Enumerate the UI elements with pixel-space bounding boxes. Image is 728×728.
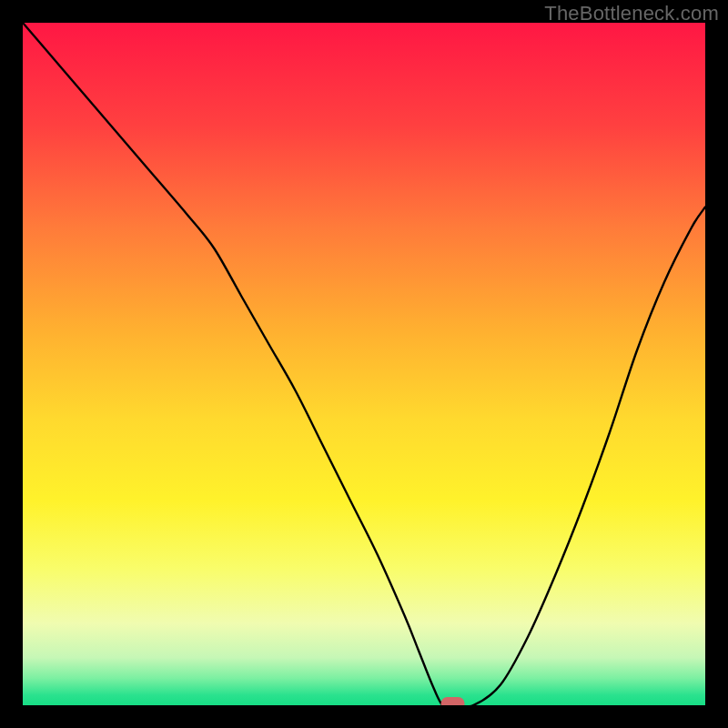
gradient-background bbox=[23, 23, 705, 705]
watermark-text: TheBottleneck.com bbox=[544, 2, 719, 25]
chart-svg bbox=[23, 23, 705, 705]
optimum-marker bbox=[441, 697, 465, 705]
chart-frame: TheBottleneck.com bbox=[0, 0, 728, 728]
bottleneck-chart bbox=[23, 23, 705, 705]
